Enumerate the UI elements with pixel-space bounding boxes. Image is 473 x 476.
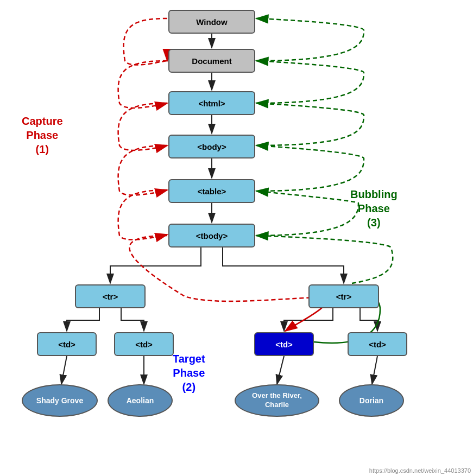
td3-target-node: <td>	[254, 332, 314, 356]
window-label: Window	[196, 17, 227, 27]
td3-label: <td>	[275, 340, 293, 349]
body-node: <body>	[168, 135, 255, 158]
td1-node: <td>	[37, 332, 97, 356]
html-node: <html>	[168, 91, 255, 115]
table-node: <table>	[168, 179, 255, 203]
td4-node: <td>	[348, 332, 407, 356]
leaf4-label: Dorian	[360, 396, 383, 405]
svg-line-13	[372, 356, 377, 384]
tr1-label: <tr>	[103, 292, 118, 301]
tr2-node: <tr>	[308, 284, 379, 308]
leaf2-label: Aeolian	[127, 396, 154, 405]
leaf2-node: Aeolian	[108, 384, 173, 417]
tbody-label: <tbody>	[196, 231, 228, 240]
td4-label: <td>	[369, 340, 386, 349]
svg-line-10	[61, 356, 67, 384]
tr2-label: <tr>	[336, 292, 351, 301]
body-label: <body>	[197, 142, 226, 151]
leaf3-label: Over the River,Charlie	[252, 391, 302, 410]
leaf1-label: Shady Grove	[36, 396, 83, 405]
table-label: <table>	[198, 187, 226, 196]
diagram: Window Document <html> <body> <table> <t…	[0, 0, 473, 476]
bubbling-phase-label: Bubbling Phase (3)	[350, 187, 398, 230]
window-node: Window	[168, 10, 255, 34]
document-node: Document	[168, 49, 255, 73]
target-phase-label: Target Phase (2)	[173, 352, 205, 394]
html-label: <html>	[198, 99, 225, 108]
watermark: https://blog.csdn.net/weixin_44013370	[369, 467, 471, 474]
leaf3-node: Over the River,Charlie	[235, 384, 319, 417]
tr1-node: <tr>	[75, 284, 146, 308]
capture-phase-label: Capture Phase (1)	[22, 114, 63, 156]
td1-label: <td>	[58, 340, 75, 349]
svg-line-12	[277, 356, 284, 384]
tbody-node: <tbody>	[168, 224, 255, 247]
leaf4-node: Dorian	[339, 384, 404, 417]
leaf1-node: Shady Grove	[22, 384, 98, 417]
td2-node: <td>	[114, 332, 174, 356]
document-label: Document	[192, 56, 231, 66]
td2-label: <td>	[135, 340, 153, 349]
